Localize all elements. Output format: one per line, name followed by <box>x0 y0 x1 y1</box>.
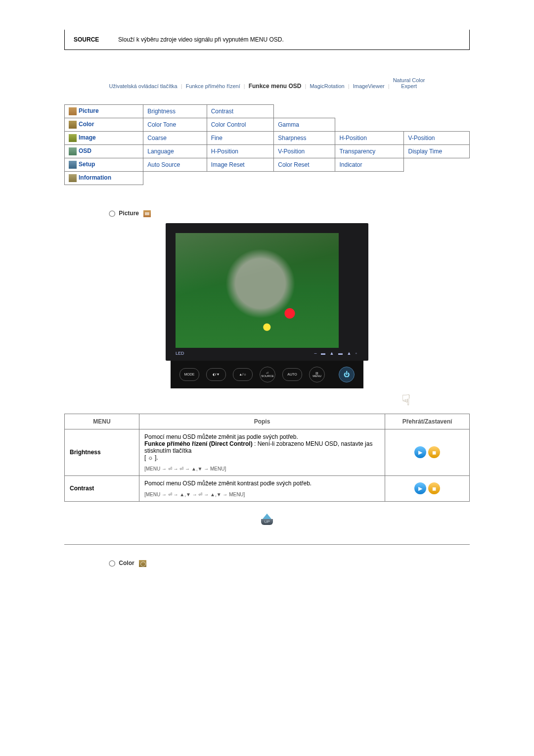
category-icon <box>69 147 77 155</box>
breadcrumb-separator: | <box>305 83 306 89</box>
breadcrumb-item-active[interactable]: Funkce menu OSD <box>249 83 302 90</box>
led-label: LED <box>176 351 184 356</box>
breadcrumb-item[interactable]: Funkce přímého řízení <box>186 83 240 89</box>
stop-button[interactable] <box>428 446 440 458</box>
menu-item <box>207 172 274 185</box>
header-play: Přehrát/Zastavení <box>385 414 470 429</box>
play-button[interactable] <box>414 482 426 494</box>
menu-item[interactable]: Coarse <box>143 132 207 145</box>
monitor-screen <box>176 233 339 348</box>
menu-button[interactable]: ▥ MENU <box>309 367 325 382</box>
hand-cursor-icon: ☟ <box>64 391 470 409</box>
bullet-icon: ◯ <box>109 210 115 217</box>
picture-icon <box>143 210 151 217</box>
breadcrumb-separator: | <box>388 83 390 89</box>
menu-item[interactable]: V-Position <box>274 145 335 158</box>
section-heading-picture: ◯ Picture <box>109 210 470 217</box>
play-button[interactable] <box>414 446 426 458</box>
play-stop-cell <box>385 429 470 475</box>
breadcrumb-separator: | <box>181 83 182 89</box>
desc-line: Funkce přímého řízení (Direct Control) :… <box>144 440 380 454</box>
menu-item <box>404 105 470 118</box>
menu-item <box>143 172 207 185</box>
menu-category[interactable]: Setup <box>65 158 143 172</box>
menu-link[interactable]: Brightness <box>147 108 176 115</box>
menu-link[interactable]: Transparency <box>339 148 375 155</box>
menu-item[interactable]: Color Tone <box>143 118 207 132</box>
play-stop-cell <box>385 475 470 501</box>
color-icon <box>139 560 146 567</box>
down-button[interactable]: ◐/▼ <box>206 368 226 381</box>
menu-link[interactable]: Coarse <box>147 135 167 142</box>
menu-item[interactable]: Brightness <box>143 105 207 118</box>
breadcrumb-separator: | <box>348 83 350 89</box>
monitor-button-strip: MODE ◐/▼ ▲/☼ ⏎ SOURCE AUTO ▥ MENU ⏻ <box>171 361 363 388</box>
menu-link[interactable]: Auto Source <box>147 161 180 168</box>
breadcrumb-item[interactable]: ImageViewer <box>353 83 385 89</box>
menu-item[interactable]: Color Reset <box>274 158 335 172</box>
desc-menu-name: Brightness <box>65 429 139 475</box>
menu-link[interactable]: Sharpness <box>278 135 306 142</box>
menu-item[interactable]: Indicator <box>335 158 404 172</box>
breadcrumb-item[interactable]: Uživatelská ovládací tlačítka <box>109 83 178 89</box>
menu-item[interactable]: Sharpness <box>274 132 335 145</box>
breadcrumb-item[interactable]: MagicRotation <box>310 83 344 89</box>
menu-link[interactable]: Color Tone <box>147 121 176 128</box>
menu-link[interactable]: Language <box>147 148 174 155</box>
desc-text: Pomocí menu OSD můžete změnit jas podle … <box>139 429 385 475</box>
menu-link[interactable]: Image Reset <box>211 161 245 168</box>
menu-item[interactable]: H-Position <box>207 145 274 158</box>
category-label: Color <box>79 121 94 128</box>
menu-category[interactable]: Picture <box>65 105 143 118</box>
auto-button[interactable]: AUTO <box>282 368 302 381</box>
menu-link[interactable]: Gamma <box>278 121 299 128</box>
category-icon <box>69 121 77 129</box>
breadcrumb-separator: | <box>244 83 245 89</box>
menu-link[interactable]: Display Time <box>408 148 442 155</box>
description-table: MENU Popis Přehrát/Zastavení BrightnessP… <box>64 414 470 502</box>
category-icon <box>69 174 77 182</box>
menu-link[interactable]: H-Position <box>339 135 366 142</box>
up-brightness-button[interactable]: ▲/☼ <box>233 368 253 381</box>
menu-item[interactable]: H-Position <box>335 132 404 145</box>
menu-item[interactable]: Gamma <box>274 118 335 132</box>
menu-item <box>335 118 404 132</box>
menu-item[interactable]: V-Position <box>404 132 470 145</box>
osd-menu-grid: PictureBrightnessContrastColorColor Tone… <box>64 104 470 185</box>
menu-item[interactable]: Auto Source <box>143 158 207 172</box>
menu-item[interactable]: Language <box>143 145 207 158</box>
mode-button[interactable]: MODE <box>179 368 199 381</box>
bullet-icon: ◯ <box>109 560 115 567</box>
category-label: Image <box>79 134 96 141</box>
menu-link[interactable]: H-Position <box>211 148 238 155</box>
menu-item[interactable]: Image Reset <box>207 158 274 172</box>
menu-item[interactable]: Fine <box>207 132 274 145</box>
menu-item <box>404 118 470 132</box>
header-menu: MENU <box>65 414 139 429</box>
breadcrumb-item[interactable]: Natural Color Expert <box>393 77 425 89</box>
led-indicators: – ▬ ▲ ▬ ▲ ◦ <box>314 351 358 356</box>
scroll-up-button[interactable]: UP <box>64 514 470 525</box>
menu-item[interactable]: Display Time <box>404 145 470 158</box>
source-description: Slouží k výběru zdroje video signálu při… <box>118 36 460 43</box>
category-label: OSD <box>79 147 91 154</box>
menu-link[interactable]: V-Position <box>408 135 435 142</box>
menu-category[interactable]: OSD <box>65 145 143 158</box>
source-enter-button[interactable]: ⏎ SOURCE <box>260 367 275 382</box>
menu-link[interactable]: Fine <box>211 135 222 142</box>
menu-item[interactable]: Contrast <box>207 105 274 118</box>
menu-link[interactable]: Color Reset <box>278 161 309 168</box>
menu-category[interactable]: Color <box>65 118 143 132</box>
menu-item[interactable]: Transparency <box>335 145 404 158</box>
menu-link[interactable]: Contrast <box>211 108 233 115</box>
category-icon <box>69 107 77 115</box>
menu-category[interactable]: Information <box>65 172 143 185</box>
menu-link[interactable]: Color Control <box>211 121 246 128</box>
menu-link[interactable]: Indicator <box>339 161 362 168</box>
menu-item[interactable]: Color Control <box>207 118 274 132</box>
menu-link[interactable]: V-Position <box>278 148 305 155</box>
stop-button[interactable] <box>428 482 440 494</box>
power-button[interactable]: ⏻ <box>339 367 355 382</box>
menu-item <box>335 105 404 118</box>
menu-category[interactable]: Image <box>65 132 143 145</box>
